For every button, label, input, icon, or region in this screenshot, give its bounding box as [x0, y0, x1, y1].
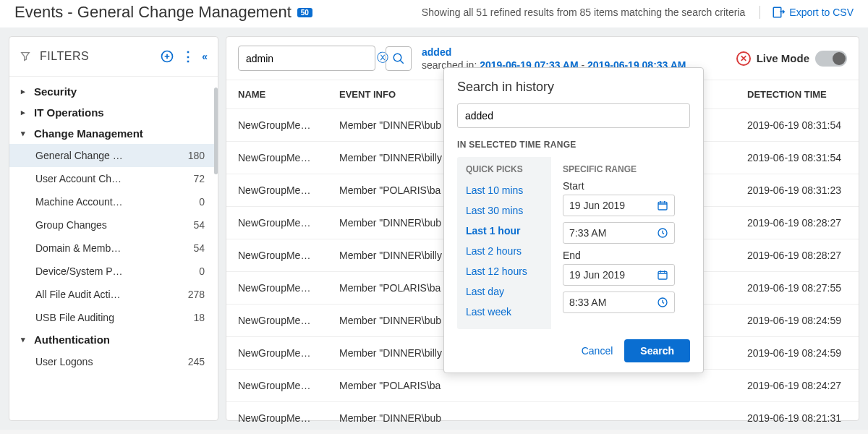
sidebar-item-label: Machine Account… [35, 196, 123, 208]
start-time-input[interactable]: 7:33 AM [563, 222, 675, 244]
sidebar-item[interactable]: USB File Auditing18 [9, 306, 218, 329]
cell-time: 2019-06-19 08:24:27 [736, 370, 859, 402]
filters-sidebar: FILTERS ⋮ « SecurityIT OperationsChange … [9, 36, 218, 421]
sidebar-item-count: 278 [188, 289, 205, 300]
cell-name: NewGroupMem… [226, 305, 328, 337]
cell-name: NewGroupMem… [226, 174, 328, 207]
clock-icon [657, 227, 668, 239]
cell-time: 2019-06-19 08:31:54 [736, 142, 859, 174]
search-submit-button[interactable]: Search [624, 339, 690, 362]
cell-name: NewGroupMem… [226, 239, 328, 272]
sidebar-item-label: User Logons [35, 356, 93, 367]
cell-name: NewGroupMem… [226, 370, 328, 402]
chevron-down-icon [21, 129, 28, 138]
collapse-sidebar-icon[interactable]: « [202, 51, 208, 62]
sidebar-item-label: Group Changes [35, 219, 107, 231]
cell-name: NewGroupMem… [226, 272, 328, 305]
top-bar: Events - General Change Management 50 Sh… [0, 0, 868, 27]
add-filter-icon[interactable] [160, 49, 174, 64]
popover-title: Search in history [457, 80, 690, 95]
sidebar-section-label: IT Operations [34, 106, 104, 119]
sidebar-item-label: All File Audit Acti… [35, 289, 121, 300]
sidebar-section[interactable]: Security [9, 81, 218, 102]
sidebar-item-count: 54 [193, 219, 205, 231]
search-box[interactable]: ⓧ [238, 46, 375, 71]
more-icon[interactable]: ⋮ [182, 48, 195, 64]
page-badge: 50 [297, 8, 312, 17]
sidebar-item[interactable]: General Change …180 [9, 144, 218, 167]
sidebar-section-label: Change Management [34, 127, 143, 140]
quick-pick-item[interactable]: Last week [466, 302, 542, 322]
quick-pick-item[interactable]: Last 2 hours [466, 241, 542, 261]
cell-name: NewGroupMem… [226, 109, 328, 142]
close-live-icon[interactable]: ✕ [736, 51, 751, 66]
sidebar-item[interactable]: Domain & Memb…54 [9, 237, 218, 260]
sidebar-item[interactable]: User Account Ch…72 [9, 167, 218, 190]
sidebar-item[interactable]: Machine Account…0 [9, 190, 218, 213]
end-label: End [563, 250, 690, 261]
table-row[interactable]: NewGroupMem…Member "DINNER\bub2019-06-19… [226, 402, 859, 435]
sidebar-item-count: 54 [193, 242, 205, 254]
sidebar-section[interactable]: Change Management [9, 123, 218, 144]
sidebar-item-label: General Change … [35, 150, 123, 161]
sidebar-item[interactable]: Device/System P…0 [9, 260, 218, 283]
quick-pick-item[interactable]: Last 1 hour [466, 221, 542, 241]
start-label: Start [563, 180, 690, 192]
calendar-icon [657, 200, 668, 211]
filter-icon [20, 51, 31, 62]
sidebar-item-label: Device/System P… [35, 265, 123, 277]
cell-time: 2019-06-19 08:27:55 [736, 272, 859, 305]
table-row[interactable]: NewGroupMem…Member "POLARIS\ba2019-06-19… [226, 370, 859, 402]
cell-time: 2019-06-19 08:21:31 [736, 402, 859, 435]
search-input[interactable] [246, 53, 373, 64]
clock-icon [657, 297, 668, 308]
sidebar-item-count: 245 [188, 356, 205, 367]
cell-time: 2019-06-19 08:24:59 [736, 305, 859, 337]
quick-pick-item[interactable]: Last 12 hours [466, 261, 542, 281]
start-date-input[interactable]: 19 Jun 2019 [563, 195, 675, 216]
sidebar-section-label: Security [34, 85, 77, 98]
export-csv-button[interactable]: Export to CSV [760, 6, 854, 19]
sidebar-section[interactable]: IT Operations [9, 102, 218, 123]
cell-name: NewGroupMem… [226, 402, 328, 435]
live-mode-label: Live Mode [757, 52, 809, 64]
export-icon [772, 6, 785, 19]
cell-time: 2019-06-19 08:31:54 [736, 109, 859, 142]
search-history-popover: Search in history IN SELECTED TIME RANGE… [443, 67, 704, 373]
end-date-input[interactable]: 19 Jun 2019 [563, 264, 675, 286]
cell-time: 2019-06-19 08:24:59 [736, 337, 859, 370]
end-time-input[interactable]: 8:33 AM [563, 292, 675, 313]
sidebar-item-count: 0 [199, 265, 205, 277]
scrollbar-thumb[interactable] [214, 88, 218, 174]
export-label: Export to CSV [789, 7, 854, 18]
search-button[interactable] [386, 46, 412, 71]
chevron-right-icon [21, 108, 28, 117]
chevron-down-icon [21, 335, 28, 344]
live-mode-toggle[interactable] [815, 51, 847, 67]
sidebar-item[interactable]: All File Audit Acti…278 [9, 283, 218, 306]
svg-rect-0 [774, 7, 782, 17]
svg-point-2 [393, 54, 401, 61]
col-time-header[interactable]: DETECTION TIME [736, 80, 859, 109]
search-term-label: added [422, 46, 726, 58]
svg-rect-3 [658, 202, 667, 210]
col-name-header[interactable]: NAME [226, 80, 328, 109]
cell-time: 2019-06-19 08:31:23 [736, 174, 859, 207]
cell-info: Member "DINNER\bub [328, 402, 736, 435]
history-search-input[interactable] [457, 103, 690, 128]
page-title: Events - General Change Management [14, 3, 292, 22]
svg-rect-5 [658, 271, 667, 279]
cancel-button[interactable]: Cancel [582, 345, 613, 357]
sidebar-item-label: User Account Ch… [35, 173, 122, 184]
sidebar-section-label: Authentication [34, 333, 110, 346]
quick-pick-item[interactable]: Last 10 mins [466, 180, 542, 200]
sidebar-section[interactable]: Authentication [9, 329, 218, 350]
calendar-icon [657, 269, 668, 281]
sidebar-item[interactable]: Group Changes54 [9, 213, 218, 237]
quick-pick-item[interactable]: Last day [466, 281, 542, 302]
results-summary: Showing all 51 refined results from 85 i… [422, 7, 745, 18]
quick-pick-item[interactable]: Last 30 mins [466, 200, 542, 221]
sidebar-item[interactable]: User Logons245 [9, 350, 218, 373]
cell-time: 2019-06-19 08:28:27 [736, 207, 859, 239]
sidebar-item-count: 72 [193, 173, 205, 184]
